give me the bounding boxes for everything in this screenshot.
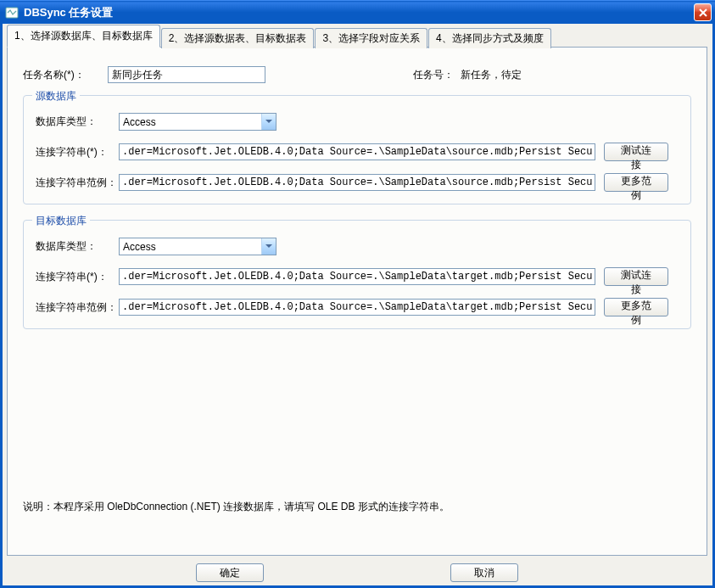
- source-test-connection-button[interactable]: 测试连接: [604, 143, 668, 161]
- source-dbtype-label: 数据库类型：: [36, 115, 119, 129]
- note-text: 说明：本程序采用 OleDbConnection (.NET) 连接数据库，请填…: [23, 500, 450, 514]
- tab-2-select-table[interactable]: 2、选择源数据表、目标数据表: [161, 28, 315, 48]
- target-conn-input[interactable]: [119, 268, 595, 285]
- source-legend: 源数据库: [32, 89, 80, 104]
- target-legend: 目标数据库: [32, 214, 90, 228]
- cancel-button[interactable]: 取消: [450, 563, 518, 582]
- target-conn-label: 连接字符串(*)：: [36, 270, 119, 284]
- tab-1-select-db[interactable]: 1、选择源数据库、目标数据库: [7, 25, 160, 48]
- source-fieldset: 源数据库 数据库类型： Access 连接字符串(*)： 测试连接: [23, 95, 691, 204]
- tab-4-sync-mode[interactable]: 4、选择同步方式及频度: [428, 28, 551, 48]
- tabbar: 1、选择源数据库、目标数据库 2、选择源数据表、目标数据表 3、选择字段对应关系…: [7, 29, 707, 48]
- chevron-down-icon: [261, 238, 276, 255]
- source-dbtype-select[interactable]: Access: [119, 113, 277, 131]
- footer-buttons: 确定 取消: [7, 563, 707, 582]
- target-example-label: 连接字符串范例：: [36, 300, 119, 315]
- close-button[interactable]: [694, 3, 712, 21]
- target-fieldset: 目标数据库 数据库类型： Access 连接字符串(*)： 测试连接: [23, 220, 691, 329]
- target-dbtype-label: 数据库类型：: [36, 239, 119, 254]
- tabpage-1: 任务名称(*)： 任务号： 新任务，待定 源数据库 数据库类型： Access: [7, 47, 707, 556]
- task-id-label: 任务号：: [413, 68, 454, 82]
- source-conn-input[interactable]: [119, 143, 595, 160]
- source-dbtype-value: Access: [123, 116, 156, 128]
- source-example-input: [119, 174, 595, 191]
- tab-3-field-mapping[interactable]: 3、选择字段对应关系: [315, 28, 427, 48]
- task-id-value: 新任务，待定: [461, 68, 522, 82]
- target-test-connection-button[interactable]: 测试连接: [604, 267, 668, 286]
- source-more-examples-button[interactable]: 更多范例: [604, 173, 668, 192]
- ok-button[interactable]: 确定: [196, 563, 264, 582]
- source-conn-label: 连接字符串(*)：: [36, 145, 119, 160]
- chevron-down-icon: [261, 114, 276, 130]
- target-more-examples-button[interactable]: 更多范例: [604, 298, 668, 316]
- target-example-input: [119, 299, 595, 316]
- target-dbtype-select[interactable]: Access: [119, 238, 277, 255]
- window-title: DBSync 任务设置: [24, 5, 113, 20]
- app-icon: [5, 6, 19, 20]
- task-name-label: 任务名称(*)：: [23, 68, 108, 82]
- target-dbtype-value: Access: [123, 241, 156, 253]
- task-name-input[interactable]: [108, 66, 265, 83]
- titlebar: DBSync 任务设置: [0, 0, 715, 24]
- source-example-label: 连接字符串范例：: [36, 176, 119, 190]
- window-body: 1、选择源数据库、目标数据库 2、选择源数据表、目标数据表 3、选择字段对应关系…: [0, 24, 715, 588]
